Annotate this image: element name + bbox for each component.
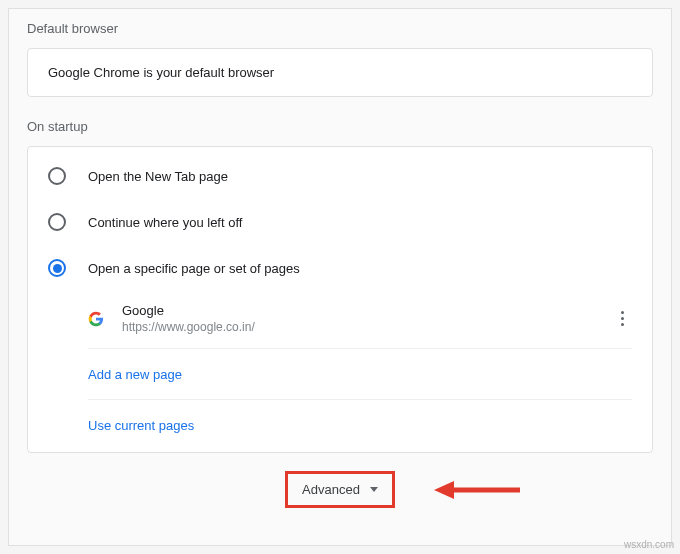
startup-pages-list: Google https://www.google.co.in/ Add a n…: [88, 291, 632, 450]
add-page-row[interactable]: Add a new page: [88, 349, 632, 400]
more-options-icon[interactable]: [612, 307, 632, 330]
add-page-link[interactable]: Add a new page: [88, 367, 182, 382]
page-url-text: https://www.google.co.in/: [122, 320, 612, 334]
startup-page-item: Google https://www.google.co.in/: [88, 291, 632, 349]
on-startup-card: Open the New Tab page Continue where you…: [27, 146, 653, 453]
startup-option-label: Open the New Tab page: [88, 169, 228, 184]
startup-option-continue[interactable]: Continue where you left off: [48, 199, 632, 245]
radio-selected-icon: [48, 259, 66, 277]
advanced-label: Advanced: [302, 482, 360, 497]
advanced-area: Advanced: [27, 471, 653, 508]
default-browser-message: Google Chrome is your default browser: [48, 65, 632, 80]
use-current-pages-row[interactable]: Use current pages: [88, 400, 632, 450]
startup-option-label: Open a specific page or set of pages: [88, 261, 300, 276]
settings-panel: Default browser Google Chrome is your de…: [8, 8, 672, 546]
startup-option-label: Continue where you left off: [88, 215, 242, 230]
default-browser-card: Google Chrome is your default browser: [27, 48, 653, 97]
radio-unselected-icon: [48, 167, 66, 185]
default-browser-section-title: Default browser: [27, 21, 653, 36]
on-startup-section-title: On startup: [27, 119, 653, 134]
watermark-text: wsxdn.com: [624, 539, 674, 550]
chevron-down-icon: [370, 487, 378, 492]
advanced-button[interactable]: Advanced: [285, 471, 395, 508]
page-info: Google https://www.google.co.in/: [122, 303, 612, 334]
svg-marker-1: [434, 481, 454, 499]
use-current-pages-link[interactable]: Use current pages: [88, 418, 194, 433]
startup-option-specific-pages[interactable]: Open a specific page or set of pages: [48, 245, 632, 291]
radio-unselected-icon: [48, 213, 66, 231]
page-title-text: Google: [122, 303, 612, 318]
red-arrow-annotation-icon: [432, 479, 522, 505]
google-favicon-icon: [88, 311, 104, 327]
startup-option-new-tab[interactable]: Open the New Tab page: [48, 153, 632, 199]
